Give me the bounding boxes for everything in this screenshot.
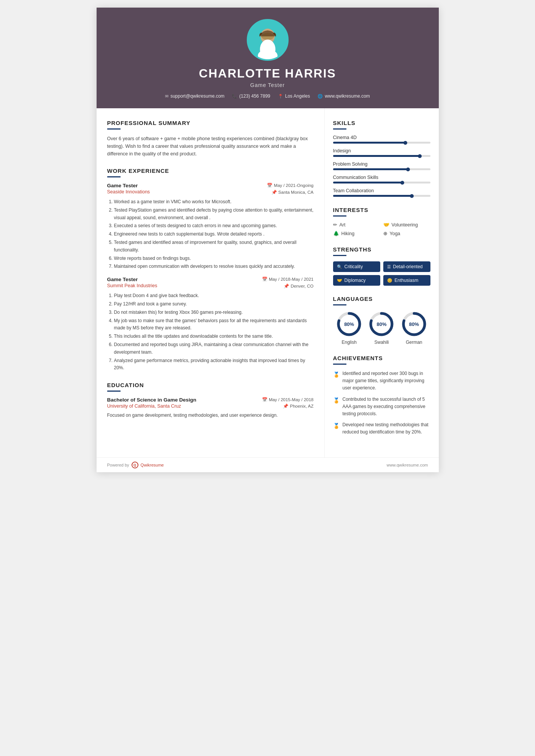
skill-item: Indesign: [333, 148, 430, 157]
list-item: Analyzed game performance metrics, provi…: [114, 357, 314, 372]
left-column: PROFESSIONAL SUMMARY Over 6 years of sof…: [97, 108, 325, 457]
contact-location: Los Angeles: [278, 93, 310, 99]
job-2-company: Summit Peak Industries: [107, 283, 157, 288]
email-value: support@qwikresume.com: [170, 93, 224, 99]
skill-item: Cinema 4D: [333, 135, 430, 144]
language-item: 80% English: [336, 311, 362, 345]
edu-header: Bachelor of Science in Game Design 📅 May…: [107, 397, 314, 403]
job-2-date: 📅 May / 2018-May / 2021: [262, 277, 314, 282]
strength-name: Enthusiasm: [395, 278, 419, 283]
achievement-text: Contributed to the successful launch of …: [343, 396, 430, 418]
resume-header: CHARLOTTE HARRIS Game Tester support@qwi…: [97, 8, 439, 108]
summary-title: PROFESSIONAL SUMMARY: [107, 120, 314, 126]
strengths-grid: 🔍 Criticality ☰ Detail-oriented 🤝 Diplom…: [333, 261, 430, 286]
phone-value: (123) 456 7899: [239, 93, 270, 99]
phone-icon: [232, 94, 237, 99]
job-1-location: 📌 Santa Monica, CA: [271, 189, 314, 195]
footer-website: www.qwikresume.com: [387, 463, 428, 467]
list-item: Do not mistaken this) for testing Xbox 3…: [114, 309, 314, 316]
job-2-cal-icon: 📅: [262, 277, 267, 282]
skills-section: SKILLS Cinema 4D Indesign Problem Solvin…: [333, 120, 430, 197]
job-2-meta: Summit Peak Industries 📌 Denver, CO: [107, 283, 314, 289]
language-item: 80% Swahili: [368, 311, 395, 345]
job-1-bullets: Worked as a game tester in VMC who works…: [107, 198, 314, 270]
strengths-section: STRENGTHS 🔍 Criticality ☰ Detail-oriente…: [333, 246, 430, 286]
edu-date: 📅 May / 2015-May / 2018: [262, 397, 314, 402]
website-icon: [318, 94, 323, 99]
contact-bar: support@qwikresume.com (123) 456 7899 Lo…: [104, 93, 431, 99]
languages-row: 80% English 80% Swahili 80% German: [333, 311, 430, 345]
education-title: EDUCATION: [107, 382, 314, 388]
skill-bar: [333, 182, 430, 183]
interest-item: 🌲 Hiking: [333, 231, 380, 236]
interest-icon: 🌲: [333, 231, 339, 236]
skill-name: Problem Solving: [333, 161, 430, 167]
skill-bar: [333, 195, 430, 197]
work-experience-section: WORK EXPERIENCE Game Tester 📅 May / 2021…: [107, 168, 314, 372]
interest-item: ✏ Art: [333, 222, 380, 228]
language-percent: 80%: [344, 321, 354, 327]
strength-icon: ☰: [387, 264, 391, 269]
email-icon: [165, 94, 168, 99]
interests-divider: [333, 215, 346, 217]
job-1-pin-icon: 📌: [271, 190, 277, 195]
edu-description: Focused on game development, testing met…: [107, 412, 314, 419]
resume-footer: Powered by Q Qwikresume www.qwikresume.c…: [97, 457, 439, 472]
strength-badge: 🔍 Criticality: [333, 261, 380, 272]
language-percent: 80%: [409, 321, 419, 327]
interests-grid: ✏ Art 🤝 Volunteering 🌲 Hiking ⊕ Yoga: [333, 222, 430, 236]
interest-name: Yoga: [390, 231, 400, 236]
strength-badge: 🤝 Diplomacy: [333, 275, 380, 286]
strength-icon: 😊: [387, 278, 392, 283]
interests-title: INTERESTS: [333, 207, 430, 213]
skill-fill: [333, 168, 409, 170]
list-item: Tested PlayStation games and identified …: [114, 207, 314, 222]
achievements-list: 🏅 Identified and reported over 300 bugs …: [333, 370, 430, 436]
language-name: Swahili: [368, 340, 395, 345]
job-2-bullets: Play test Doom 4 and give back feedback.…: [107, 292, 314, 372]
achievement-item: 🏅 Identified and reported over 300 bugs …: [333, 370, 430, 392]
footer-brand: Powered by Q Qwikresume: [107, 462, 164, 468]
job-2: Game Tester 📅 May / 2018-May / 2021 Summ…: [107, 277, 314, 372]
list-item: Documented and reported bugs using JIRA,…: [114, 341, 314, 356]
education-divider: [107, 391, 121, 392]
resume-body: PROFESSIONAL SUMMARY Over 6 years of sof…: [97, 108, 439, 457]
job-1-date: 📅 May / 2021-Ongoing: [267, 183, 313, 188]
achievement-icon: 🏅: [333, 422, 340, 436]
summary-divider: [107, 128, 121, 130]
skills-list: Cinema 4D Indesign Problem Solving Commu…: [333, 135, 430, 197]
brand-link[interactable]: Qwikresume: [141, 463, 164, 467]
language-name: German: [401, 340, 427, 345]
list-item: My job was to make sure that the games' …: [114, 317, 314, 332]
job-2-header: Game Tester 📅 May / 2018-May / 2021: [107, 277, 314, 282]
interest-name: Art: [340, 222, 346, 228]
candidate-name: CHARLOTTE HARRIS: [104, 66, 431, 81]
skill-fill: [333, 155, 421, 157]
list-item: Executed a series of tests designed to c…: [114, 222, 314, 230]
skill-name: Communication Skills: [333, 175, 430, 180]
powered-by-label: Powered by: [107, 463, 129, 467]
languages-section: LANGUAGES 80% English 80% Swahili: [333, 296, 430, 345]
interests-section: INTERESTS ✏ Art 🤝 Volunteering 🌲 Hiking …: [333, 207, 430, 236]
job-1-company: Seaside Innovations: [107, 189, 150, 195]
interest-name: Hiking: [341, 231, 355, 236]
job-2-pin-icon: 📌: [284, 283, 289, 289]
list-item: Tested games and identified areas of imp…: [114, 239, 314, 254]
right-column: SKILLS Cinema 4D Indesign Problem Solvin…: [325, 108, 439, 457]
skill-fill: [333, 195, 413, 197]
list-item: Engineered new tests to catch supplement…: [114, 231, 314, 238]
skill-item: Team Collaboration: [333, 188, 430, 197]
achievements-section: ACHIEVEMENTS 🏅 Identified and reported o…: [333, 355, 430, 436]
edu-meta: University of California, Santa Cruz 📌 P…: [107, 403, 314, 409]
skill-name: Indesign: [333, 148, 430, 153]
achievements-title: ACHIEVEMENTS: [333, 355, 430, 361]
strength-name: Criticality: [344, 264, 363, 269]
skill-item: Communication Skills: [333, 175, 430, 183]
achievement-item: 🏅 Developed new testing methodologies th…: [333, 421, 430, 436]
work-title: WORK EXPERIENCE: [107, 168, 314, 174]
list-item: This includes all the title updates and …: [114, 333, 314, 340]
interest-item: ⊕ Yoga: [383, 231, 430, 236]
strengths-title: STRENGTHS: [333, 246, 430, 253]
interest-icon: ⊕: [383, 231, 387, 236]
strength-icon: 🤝: [337, 278, 342, 283]
